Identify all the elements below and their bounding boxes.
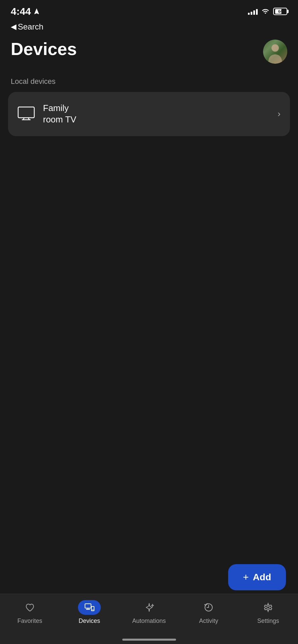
settings-icon	[263, 602, 273, 613]
tv-icon	[17, 106, 35, 122]
nav-item-settings[interactable]: Settings	[239, 600, 298, 625]
location-icon	[33, 8, 40, 15]
nav-label-automations: Automations	[132, 618, 166, 625]
chevron-right-icon: ›	[278, 109, 281, 119]
devices-icon-container	[78, 600, 101, 615]
activity-icon	[203, 602, 214, 613]
back-navigation[interactable]: ◀ Search	[0, 20, 298, 36]
settings-icon-container	[257, 600, 280, 615]
wifi-icon	[261, 8, 270, 15]
battery-icon: 64	[273, 8, 287, 15]
nav-label-favorites: Favorites	[17, 618, 42, 625]
add-button-label: Add	[253, 572, 271, 583]
nav-label-settings: Settings	[257, 618, 279, 625]
page-title: Devices	[11, 40, 77, 59]
section-label-local-devices: Local devices	[0, 74, 298, 92]
svg-rect-8	[91, 606, 94, 611]
activity-icon-container	[197, 600, 220, 615]
device-card-family-room-tv[interactable]: Familyroom TV ›	[8, 92, 290, 136]
status-right: 64	[248, 8, 287, 15]
nav-label-devices: Devices	[79, 618, 100, 625]
automations-icon-container	[138, 600, 161, 615]
svg-rect-0	[18, 107, 34, 118]
nav-label-activity: Activity	[199, 618, 218, 625]
page-header: Devices	[0, 36, 298, 74]
automations-icon	[144, 602, 155, 613]
favorites-icon-container	[18, 600, 41, 615]
back-label: Search	[18, 22, 43, 32]
add-plus-icon: +	[243, 572, 249, 583]
heart-icon	[25, 602, 35, 613]
home-indicator	[122, 639, 176, 641]
svg-point-11	[267, 606, 269, 609]
nav-item-activity[interactable]: Activity	[179, 600, 238, 625]
device-name: Familyroom TV	[43, 103, 273, 125]
status-left: 4:44	[11, 6, 40, 17]
back-chevron-icon: ◀	[11, 22, 16, 31]
svg-rect-4	[85, 604, 91, 608]
bottom-nav: Favorites Devices	[0, 594, 298, 644]
nav-item-devices[interactable]: Devices	[59, 600, 119, 625]
add-button[interactable]: + Add	[228, 564, 286, 590]
devices-icon	[84, 602, 95, 613]
nav-item-favorites[interactable]: Favorites	[0, 600, 59, 625]
avatar[interactable]	[263, 40, 287, 64]
signal-icon	[248, 8, 258, 15]
status-bar: 4:44 64	[0, 0, 298, 20]
nav-item-automations[interactable]: Automations	[119, 600, 179, 625]
status-time: 4:44	[11, 6, 31, 17]
